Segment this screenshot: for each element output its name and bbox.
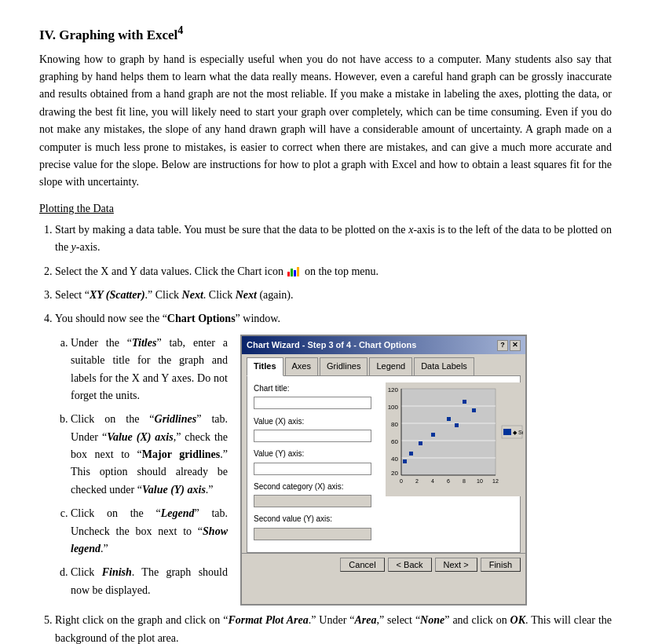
svg-text:60: 60: [391, 438, 398, 445]
step-4b: Click on the “Gridlines” tab. Under “Val…: [71, 411, 228, 499]
svg-text:100: 100: [388, 404, 399, 411]
svg-rect-24: [455, 423, 459, 427]
chart-title-input[interactable]: [254, 397, 371, 409]
step-4c: Click on the “Legend” tab. Uncheck the b…: [71, 505, 228, 558]
svg-text:◆ Series1: ◆ Series1: [513, 430, 523, 435]
step-4: You should now see the “Chart Options” w…: [55, 310, 612, 606]
svg-rect-30: [503, 429, 511, 435]
tab-data-labels[interactable]: Data Labels: [414, 357, 474, 375]
svg-text:2: 2: [415, 478, 419, 484]
wizard-fields: Chart title: Value (X) axis: Value (Y) a…: [254, 382, 379, 546]
svg-text:8: 8: [463, 478, 466, 484]
y-axis-field: Value (Y) axis:: [254, 448, 379, 476]
step-4d: Click Finish. The graph should now be di…: [71, 564, 228, 599]
svg-rect-27: [409, 452, 413, 456]
wizard-help-btn[interactable]: ?: [497, 340, 508, 351]
section-title: IV. Graphing with Excel4: [39, 24, 612, 43]
wizard-close-btn[interactable]: ✕: [510, 340, 521, 351]
x-axis-field: Value (X) axis:: [254, 415, 379, 444]
wizard-title: Chart Wizard - Step 3 of 4 - Chart Optio…: [247, 338, 416, 353]
svg-text:10: 10: [477, 478, 483, 484]
finish-button[interactable]: Finish: [481, 558, 521, 572]
svg-rect-25: [431, 433, 435, 437]
svg-text:120: 120: [388, 386, 399, 393]
wizard-body: Chart title: Value (X) axis: Value (Y) a…: [247, 375, 521, 553]
wizard-controls: ? ✕: [497, 340, 521, 351]
wizard-titlebar: Chart Wizard - Step 3 of 4 - Chart Optio…: [242, 336, 525, 355]
back-button[interactable]: < Back: [388, 558, 432, 572]
svg-text:20: 20: [391, 470, 398, 477]
alpha-steps-list: Under the “Titles” tab, enter a suitable…: [71, 335, 228, 599]
second-y-input: [254, 528, 371, 540]
svg-rect-1: [401, 389, 496, 475]
next-button[interactable]: Next >: [435, 558, 477, 572]
chart-preview: 120 100 80 60 40 20 0 2: [386, 382, 523, 546]
svg-rect-21: [463, 400, 466, 404]
y-axis-input[interactable]: [254, 463, 371, 475]
x-axis-input[interactable]: [254, 430, 371, 442]
tab-titles[interactable]: Titles: [247, 357, 283, 376]
tab-legend[interactable]: Legend: [369, 357, 412, 375]
sub-steps-text: Under the “Titles” tab, enter a suitable…: [55, 335, 228, 606]
step-5: Right click on the graph and click on “F…: [55, 612, 612, 644]
second-x-field: Second category (X) axis:: [254, 481, 379, 509]
svg-rect-23: [447, 417, 451, 421]
tab-axes[interactable]: Axes: [285, 357, 318, 375]
intro-paragraph: Knowing how to graph by hand is especial…: [39, 51, 612, 192]
wizard-tabs: Titles Axes Gridlines Legend Data Labels: [242, 354, 525, 375]
tab-gridlines[interactable]: Gridlines: [320, 357, 368, 375]
step-1: Start by making a data table. You must b…: [55, 221, 612, 257]
second-x-input: [254, 495, 371, 507]
chart-title-field: Chart title:: [254, 382, 379, 411]
step-3: Select “XY (Scatter).” Click Next. Click…: [55, 287, 612, 304]
svg-text:4: 4: [431, 478, 434, 484]
cancel-button[interactable]: Cancel: [340, 558, 384, 572]
svg-text:0: 0: [400, 478, 403, 484]
subsection-title: Plotting the Data: [39, 203, 612, 215]
wizard-footer: Cancel < Back Next > Finish: [242, 553, 525, 576]
svg-text:80: 80: [391, 421, 398, 428]
step-4a: Under the “Titles” tab, enter a suitable…: [71, 335, 228, 405]
svg-rect-22: [472, 408, 476, 412]
svg-rect-26: [419, 441, 422, 445]
svg-rect-28: [403, 459, 407, 463]
chart-wizard-window: Chart Wizard - Step 3 of 4 - Chart Optio…: [240, 335, 527, 606]
step-2: Select the X and Y data values. Click th…: [55, 263, 612, 280]
chart-icon: [287, 267, 300, 276]
svg-text:6: 6: [447, 478, 450, 484]
svg-text:12: 12: [492, 478, 499, 484]
svg-text:40: 40: [391, 456, 398, 463]
preview-svg: 120 100 80 60 40 20 0 2: [386, 382, 523, 496]
second-y-field: Second value (Y) axis:: [254, 513, 379, 541]
main-steps-list: Start by making a data table. You must b…: [55, 221, 612, 644]
